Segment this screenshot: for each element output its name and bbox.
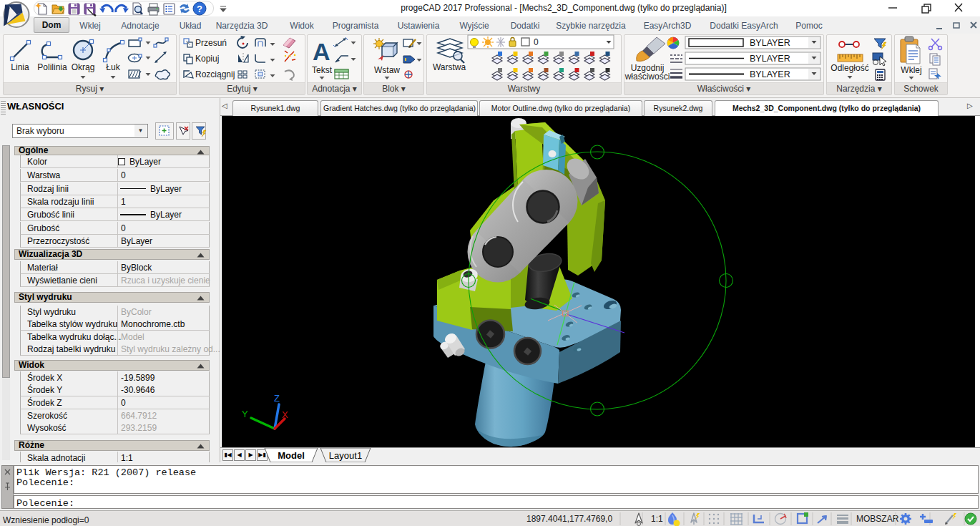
svg-text:Warstwa: Warstwa — [433, 62, 466, 72]
svg-text:BYLAYER: BYLAYER — [750, 54, 790, 64]
svg-text:BYLAYER: BYLAYER — [750, 38, 790, 48]
svg-text:Layout1: Layout1 — [329, 450, 362, 461]
svg-text:Linia: Linia — [11, 62, 29, 72]
svg-text:Z: Z — [274, 393, 280, 404]
svg-text:Rozciągnij: Rozciągnij — [195, 69, 235, 79]
svg-text:Tekst: Tekst — [312, 65, 333, 75]
svg-text:?: ? — [197, 4, 202, 14]
svg-text:BYLAYER: BYLAYER — [750, 69, 790, 79]
svg-text:Łuk: Łuk — [106, 62, 120, 72]
svg-text:Wstaw: Wstaw — [374, 65, 400, 75]
svg-text:Kopiuj: Kopiuj — [195, 54, 219, 64]
svg-text:Odległość: Odległość — [830, 63, 868, 73]
svg-text:Wklej: Wklej — [901, 65, 921, 75]
svg-text:Y: Y — [242, 409, 248, 419]
svg-text:Przesuń: Przesuń — [195, 38, 227, 48]
svg-text:Okrąg: Okrąg — [72, 62, 95, 72]
svg-text:0: 0 — [534, 37, 539, 47]
svg-text:X: X — [282, 409, 288, 420]
svg-text:Model: Model — [278, 450, 305, 461]
svg-text:Polilinia: Polilinia — [37, 62, 67, 72]
svg-text:A: A — [313, 38, 330, 65]
svg-text:właściwości: właściwości — [624, 72, 670, 82]
